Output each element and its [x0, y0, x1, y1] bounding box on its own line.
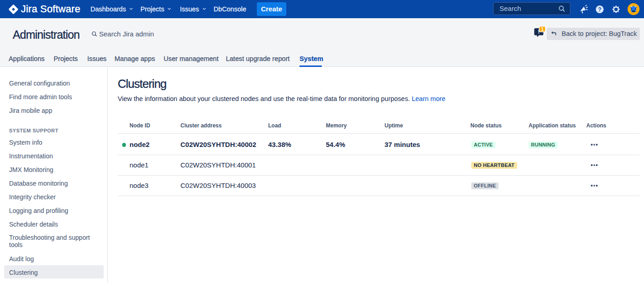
svg-text:1: 1	[541, 27, 544, 32]
svg-text:?: ?	[598, 6, 602, 13]
